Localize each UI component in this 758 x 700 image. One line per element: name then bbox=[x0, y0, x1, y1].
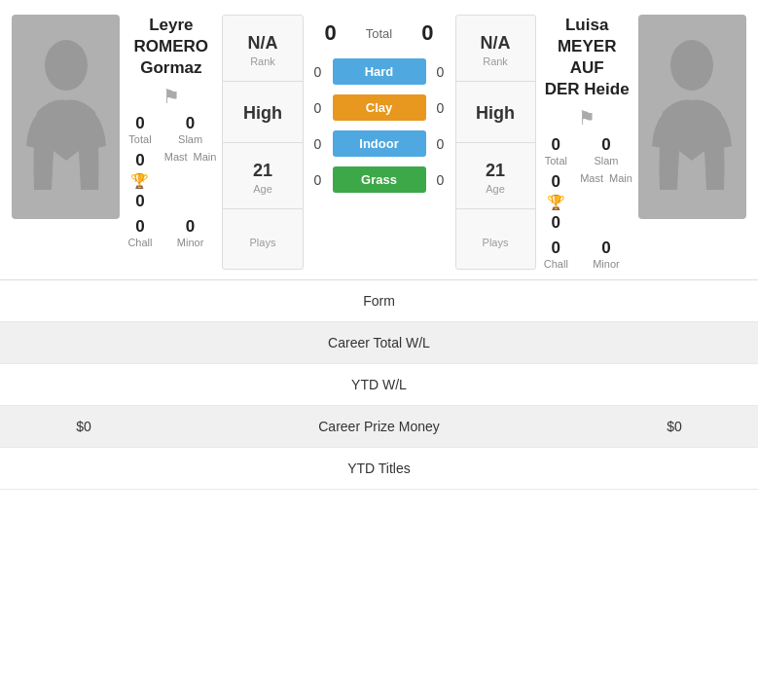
surface-row-grass: 0 Grass 0 bbox=[309, 162, 450, 198]
left-mast-stat: 0 🏆 0 bbox=[126, 151, 155, 211]
svg-point-0 bbox=[45, 40, 88, 91]
left-age-cell: 21 Age bbox=[223, 143, 302, 209]
right-slam-stat: 0 Slam bbox=[580, 135, 632, 166]
left-stats-grid: 0 Total 0 Slam 0 🏆 0 Mast Main 0 bbox=[126, 114, 216, 248]
right-detail-card: N/A Rank High 21 Age Plays bbox=[455, 15, 536, 270]
right-player-name: Luisa MEYER AUFDER Heide bbox=[542, 15, 632, 100]
left-high-cell: High bbox=[223, 82, 302, 143]
left-minor-stat: 0 Minor bbox=[164, 217, 217, 248]
right-plays-cell: Plays bbox=[456, 209, 535, 270]
right-mast-stat: 0 🏆 0 bbox=[542, 172, 571, 233]
ytd-wl-row: YTD W/L bbox=[0, 364, 758, 406]
left-player-photo bbox=[12, 15, 120, 219]
career-prize-money-row: $0 Career Prize Money $0 bbox=[0, 406, 758, 448]
surface-badge-grass: Grass bbox=[333, 166, 426, 193]
form-row: Form bbox=[0, 280, 758, 322]
surface-row-hard: 0 Hard 0 bbox=[309, 54, 450, 90]
main-container: Leyre ROMEROGormaz ⚑ 0 Total 0 Slam 0 🏆 … bbox=[0, 0, 758, 490]
right-minor-stat: 0 Minor bbox=[580, 239, 632, 270]
right-chall-stat: 0 Chall bbox=[542, 239, 571, 270]
career-total-wl-row: Career Total W/L bbox=[0, 322, 758, 364]
total-header: 0 Total 0 bbox=[325, 15, 434, 54]
surface-badge-indoor: Indoor bbox=[333, 130, 426, 157]
left-slam-stat: 0 Slam bbox=[164, 114, 217, 145]
right-player-info: Luisa MEYER AUFDER Heide ⚑ 0 Total 0 Sla… bbox=[542, 15, 632, 270]
right-player-photo bbox=[638, 15, 746, 219]
right-trophy-icon: 🏆 bbox=[547, 194, 565, 211]
comparison-area: Leyre ROMEROGormaz ⚑ 0 Total 0 Slam 0 🏆 … bbox=[0, 0, 758, 279]
left-chall-stat: 0 Chall bbox=[126, 217, 155, 248]
right-rank-cell: N/A Rank bbox=[456, 16, 535, 82]
left-rank-cell: N/A Rank bbox=[223, 16, 302, 82]
right-age-cell: 21 Age bbox=[456, 143, 535, 209]
right-flag-icon: ⚑ bbox=[578, 106, 596, 129]
left-mast-label-row: Mast Main bbox=[164, 151, 217, 211]
surface-row-clay: 0 Clay 0 bbox=[309, 90, 450, 126]
right-stats-grid: 0 Total 0 Slam 0 🏆 0 Mast Main 0 bbox=[542, 135, 632, 270]
ytd-titles-row: YTD Titles bbox=[0, 448, 758, 490]
right-mast-label-row: Mast Main bbox=[580, 172, 632, 233]
bottom-stats-section: Form Career Total W/L YTD W/L $0 Career … bbox=[0, 279, 758, 490]
left-total-stat: 0 Total bbox=[126, 114, 155, 145]
svg-point-1 bbox=[670, 40, 713, 91]
left-player-info: Leyre ROMEROGormaz ⚑ 0 Total 0 Slam 0 🏆 … bbox=[126, 15, 216, 248]
surface-badge-clay: Clay bbox=[333, 94, 426, 121]
left-flag-icon: ⚑ bbox=[162, 85, 180, 108]
surface-row-indoor: 0 Indoor 0 bbox=[309, 126, 450, 162]
surface-badge-hard: Hard bbox=[333, 58, 426, 85]
right-high-cell: High bbox=[456, 82, 535, 143]
surface-rows: 0 Hard 0 0 Clay 0 0 Indoor 0 bbox=[309, 54, 450, 198]
left-trophy-icon: 🏆 bbox=[130, 172, 149, 190]
left-plays-cell: Plays bbox=[223, 209, 302, 270]
right-total-stat: 0 Total bbox=[542, 135, 571, 166]
left-player-name: Leyre ROMEROGormaz bbox=[126, 15, 216, 79]
center-block: 0 Total 0 0 Hard 0 0 Clay 0 bbox=[309, 15, 450, 198]
left-detail-card: N/A Rank High 21 Age Plays bbox=[222, 15, 303, 270]
